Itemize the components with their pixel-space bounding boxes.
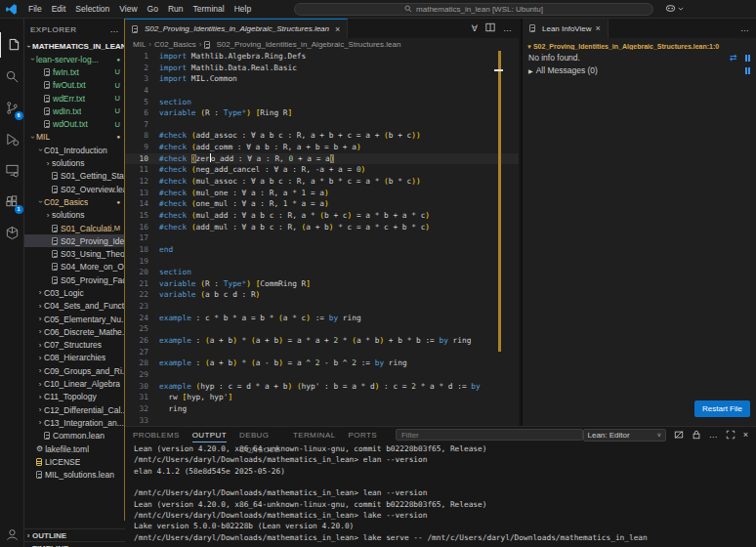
menu-selection[interactable]: Selection bbox=[70, 2, 114, 17]
code-line-33[interactable]: 33 bbox=[125, 415, 519, 427]
timeline-section[interactable]: › TIMELINE bbox=[24, 541, 125, 547]
maximize-panel-icon[interactable] bbox=[726, 430, 735, 440]
panel-tab-problems[interactable]: PROBLEMS bbox=[133, 428, 180, 442]
tree-item-license[interactable]: ›LICENSE bbox=[24, 455, 125, 468]
lean-extension-icon[interactable] bbox=[0, 220, 24, 245]
restart-file-button[interactable]: Restart File bbox=[694, 400, 750, 417]
breadcrumb-item-s02-proving-identities-in-algebraic-structures-lean[interactable]: S02_Proving_Identities_in_Algebraic_Stru… bbox=[216, 40, 400, 49]
breadcrumb-item-mil[interactable]: MIL bbox=[133, 40, 146, 49]
menu-run[interactable]: Run bbox=[163, 2, 189, 17]
panel-tab-ports[interactable]: PORTS bbox=[349, 428, 377, 442]
workspace-section-header[interactable]: › MATHEMATICS_IN_LEAN [... bbox=[24, 39, 125, 53]
tree-item-wderr-txt[interactable]: ›wdErr.txtU bbox=[24, 92, 125, 105]
code-line-18[interactable]: 18end bbox=[125, 244, 519, 256]
tree-item-c06-discrete-mathe[interactable]: ›C06_Discrete_Mathe... bbox=[24, 325, 125, 338]
code-line-21[interactable]: 21variable (R : Type*) [CommRing R] bbox=[125, 278, 519, 290]
tree-item-wdout-txt[interactable]: ›wdOut.txtU bbox=[24, 117, 125, 130]
tree-item-c13-integration-an[interactable]: ›C13_Integration_an... bbox=[24, 416, 125, 429]
code-line-4[interactable]: 4 bbox=[125, 85, 519, 97]
close-infoview-icon[interactable]: × bbox=[596, 23, 601, 33]
tree-item-c04-sets-and-funct[interactable]: ›C04_Sets_and_Funct... bbox=[24, 300, 125, 313]
panel-tab-debug-console[interactable]: DEBUG CONSOLE bbox=[239, 428, 280, 442]
code-line-8[interactable]: 8#check (add_assoc : ∀ a b c : R, a + b … bbox=[125, 130, 519, 142]
menu-go[interactable]: Go bbox=[143, 2, 163, 17]
code-line-9[interactable]: 9#check (add_comm : ∀ a b : R, a + b = b… bbox=[125, 142, 519, 153]
code-line-3[interactable]: 3import MIL.Common bbox=[125, 73, 519, 85]
tree-item-s04-more-on-ord[interactable]: ›S04_More_on_Ord... bbox=[24, 261, 125, 274]
tree-item-s01-calculati[interactable]: ›S01_Calculati...M bbox=[24, 222, 125, 234]
tree-item-solutions[interactable]: ›solutions bbox=[24, 156, 125, 169]
tree-item-c05-elementary-nu[interactable]: ›C05_Elementary_Nu... bbox=[24, 313, 125, 325]
code-line-16[interactable]: 16#check (add_mul : ∀ a b c : R, (a + b)… bbox=[125, 222, 519, 233]
remote-explorer-icon[interactable] bbox=[0, 157, 24, 183]
tree-item-lakefile-toml[interactable]: ›⚙lakefile.toml bbox=[24, 442, 125, 455]
code-line-11[interactable]: 11#check (neg_add_cancel : ∀ a : R, -a +… bbox=[125, 164, 519, 176]
code-line-14[interactable]: 14#check (one_mul : ∀ a : R, 1 * a = a) bbox=[125, 198, 519, 210]
search-sidebar-icon[interactable] bbox=[0, 63, 24, 89]
menu-edit[interactable]: Edit bbox=[47, 2, 71, 17]
editor-tab[interactable]: S02_Proving_Identities_in_Algebraic_Stru… bbox=[125, 19, 348, 38]
code-line-13[interactable]: 13#check (mul_one : ∀ a : R, a * 1 = a) bbox=[125, 188, 519, 199]
code-line-27[interactable]: 27 bbox=[125, 347, 519, 358]
close-panel-icon[interactable]: × bbox=[743, 430, 748, 440]
code-line-1[interactable]: 1import Mathlib.Algebra.Ring.Defs bbox=[125, 51, 519, 63]
code-line-15[interactable]: 15#check (mul_add : ∀ a b c : R, a * (b … bbox=[125, 210, 519, 222]
infoview-more-icon[interactable]: … bbox=[740, 23, 749, 33]
tree-item-c03-logic[interactable]: ›C03_Logic bbox=[24, 286, 125, 299]
code-editor[interactable]: 1import Mathlib.Algebra.Ring.Defs2import… bbox=[125, 51, 519, 426]
code-line-23[interactable]: 23 bbox=[125, 301, 519, 313]
tree-item-s01-getting-starte[interactable]: ›S01_Getting_Starte... bbox=[24, 170, 125, 183]
code-line-32[interactable]: 32 ring bbox=[125, 403, 519, 415]
code-line-19[interactable]: 19 bbox=[125, 256, 519, 268]
copilot-menu[interactable] bbox=[665, 3, 684, 14]
code-line-25[interactable]: 25 bbox=[125, 323, 519, 335]
tree-item-c02-basics[interactable]: ›C02_Basics● bbox=[24, 195, 125, 208]
explorer-icon[interactable] bbox=[0, 32, 24, 58]
run-debug-icon[interactable] bbox=[0, 126, 24, 151]
code-line-6[interactable]: 6variable (R : Type*) [Ring R] bbox=[125, 107, 519, 119]
tree-item-fwout-txt[interactable]: ›fwOut.txtU bbox=[24, 79, 125, 92]
tree-item-c07-structures[interactable]: ›C07_Structures bbox=[24, 339, 125, 352]
tree-item-c11-topology[interactable]: ›C11_Topology bbox=[24, 391, 125, 403]
breadcrumb[interactable]: MIL›C02_Basics›S02_Proving_Identities_in… bbox=[125, 38, 519, 51]
code-line-28[interactable]: 28example : (a + b) * (a - b) = a ^ 2 - … bbox=[125, 358, 519, 369]
code-line-31[interactable]: 31 rw [hyp, hyp'] bbox=[125, 392, 519, 403]
outline-section[interactable]: › OUTLINE bbox=[24, 528, 125, 541]
tree-item-wdin-txt[interactable]: ›wdIn.txtU bbox=[24, 105, 125, 117]
tree-item-lean-server-log[interactable]: ›lean-server-log...● bbox=[24, 53, 125, 65]
menu-file[interactable]: File bbox=[23, 2, 47, 17]
pin-icon[interactable]: ⇄ bbox=[730, 53, 737, 63]
command-center-search[interactable]: mathematics_in_lean [WSL: Ubuntu] bbox=[294, 3, 653, 16]
output-filter-input[interactable] bbox=[396, 429, 583, 441]
tree-item-mil[interactable]: ›MIL● bbox=[24, 131, 125, 144]
code-line-24[interactable]: 24example : c * b * a = b * (a * c) := b… bbox=[125, 313, 519, 324]
menu-terminal[interactable]: Terminal bbox=[189, 2, 230, 17]
breadcrumb-item-c02-basics[interactable]: C02_Basics bbox=[154, 40, 196, 49]
tree-item-s02-overview-lean[interactable]: ›S02_Overview.lean bbox=[24, 183, 125, 195]
panel-tab-terminal[interactable]: TERMINAL bbox=[293, 428, 336, 442]
panel-more-icon[interactable]: … bbox=[709, 430, 718, 440]
output-channel-select[interactable]: Lean: Editor˅ bbox=[583, 429, 666, 442]
tree-item-c01-introduction[interactable]: ›C01_Introduction bbox=[24, 144, 125, 156]
tree-item-solutions[interactable]: ›solutions bbox=[24, 209, 125, 222]
code-line-5[interactable]: 5section bbox=[125, 97, 519, 108]
settings-gear-icon[interactable]: ⚙ bbox=[0, 543, 24, 547]
panel-tab-output[interactable]: OUTPUT bbox=[192, 428, 227, 442]
tree-item-s03-using-theore[interactable]: ›S03_Using_Theore... bbox=[24, 247, 125, 260]
lean-infoview-toggle-icon[interactable]: ∀ bbox=[472, 23, 478, 33]
pause-messages-icon[interactable] bbox=[745, 67, 751, 74]
code-line-20[interactable]: 20section bbox=[125, 267, 519, 278]
tree-item-s02-proving-identi[interactable]: ›S02_Proving_Identi... bbox=[24, 234, 125, 247]
split-editor-icon[interactable] bbox=[485, 22, 495, 34]
code-line-26[interactable]: 26example : (a + b) * (a + b) = a * a + … bbox=[125, 335, 519, 347]
tree-item-mil-solutions-lean[interactable]: ›MIL_solutions.lean bbox=[24, 469, 125, 482]
code-line-22[interactable]: 22variable (a b c d : R) bbox=[125, 289, 519, 301]
code-line-12[interactable]: 12#check (mul_assoc : ∀ a b c : R, a * b… bbox=[125, 176, 519, 188]
lock-icon[interactable] bbox=[692, 430, 701, 440]
extensions-icon[interactable]: 1 bbox=[0, 189, 24, 214]
tree-item-common-lean[interactable]: ›Common.lean bbox=[24, 430, 125, 442]
explorer-more-icon[interactable]: … bbox=[110, 24, 120, 34]
code-line-29[interactable]: 29 bbox=[125, 369, 519, 381]
code-line-7[interactable]: 7 bbox=[125, 119, 519, 131]
menu-view[interactable]: View bbox=[114, 2, 142, 17]
